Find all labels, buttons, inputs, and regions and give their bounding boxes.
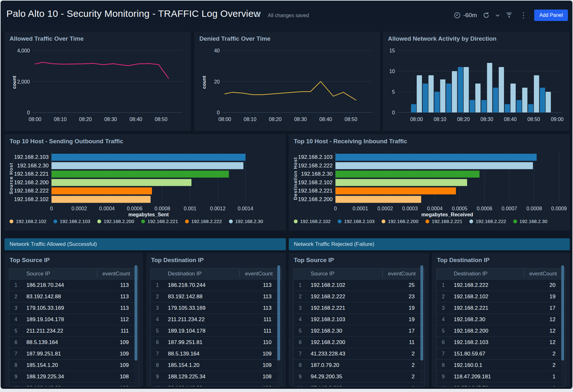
panel-top-outbound-hosts[interactable]: Top 10 Host - Sending Outbound Traffic 0… bbox=[4, 134, 286, 231]
table-row[interactable]: 1192.168.2.22220 bbox=[437, 279, 565, 291]
svg-text:0.0003: 0.0003 bbox=[402, 206, 418, 211]
table-row[interactable]: 8187.0.79.202 bbox=[293, 359, 424, 371]
row-rank: 3 bbox=[293, 305, 307, 311]
table-row[interactable]: 3192.168.2.22119 bbox=[293, 302, 424, 314]
legend-item[interactable]: 192.168.2.221 bbox=[425, 219, 462, 224]
chevron-down-icon[interactable] bbox=[495, 12, 500, 19]
table-row[interactable]: 5211.211.234.22111 bbox=[9, 325, 138, 336]
svg-text:08:40: 08:40 bbox=[504, 117, 517, 122]
table-scrollbar-thumb[interactable] bbox=[277, 265, 280, 361]
table-row[interactable]: 8192.160.0.12 bbox=[437, 359, 565, 371]
panel-activity-by-direction[interactable]: Allowed Network Activity by Direction 05… bbox=[383, 31, 570, 131]
table-row[interactable]: 8185.154.1.20109 bbox=[151, 359, 281, 371]
count-column-header[interactable]: eventCount bbox=[97, 270, 138, 277]
row-ip: 192.160.0.1 bbox=[450, 362, 524, 368]
panel-denied-traffic[interactable]: Denied Traffic Over Time 02040count08:00… bbox=[194, 31, 380, 131]
legend-item[interactable]: 192.168.2.102 bbox=[294, 219, 331, 224]
table-row[interactable]: 1192.168.2.10225 bbox=[293, 279, 424, 291]
panel-top-inbound-hosts[interactable]: Top 10 Host - Receiving Inbound Traffic … bbox=[289, 134, 570, 231]
table-row[interactable]: 283.192.142.88113 bbox=[9, 291, 138, 302]
legend-item[interactable]: 192.168.2.222 bbox=[185, 219, 222, 224]
table-row[interactable]: 7151.80.59.672 bbox=[437, 348, 565, 359]
kebab-menu-icon[interactable]: ⋮ bbox=[518, 12, 528, 18]
filter-icon[interactable] bbox=[506, 12, 513, 19]
table-row[interactable]: 5189.19.104.178111 bbox=[151, 325, 281, 336]
table-row[interactable]: 9188.129.225.34108 bbox=[151, 371, 281, 382]
row-ip: 187.99.251.81 bbox=[164, 339, 239, 346]
svg-text:Destination Host: Destination Host bbox=[293, 157, 298, 200]
row-rank: 2 bbox=[293, 294, 307, 300]
legend-item[interactable]: 192.168.2.221 bbox=[141, 219, 178, 224]
table-row[interactable]: 1186.218.70.244113 bbox=[151, 279, 281, 291]
table-row[interactable]: 7187.99.251.81109 bbox=[9, 348, 138, 359]
legend-color-dot bbox=[229, 220, 233, 223]
table-scrollbar-thumb[interactable] bbox=[135, 265, 137, 361]
table-row[interactable]: 283.192.142.88113 bbox=[151, 291, 281, 302]
ip-column-header[interactable]: Source IP bbox=[307, 271, 382, 277]
legend-item[interactable]: 192.168.2.200 bbox=[382, 219, 418, 224]
table-row[interactable]: 6187.99.251.81110 bbox=[151, 336, 281, 348]
table-row[interactable]: 4189.19.104.178112 bbox=[9, 314, 138, 325]
table-row[interactable]: 9118.47.209.1811 bbox=[437, 371, 565, 382]
table-row[interactable]: 994.29.200.352 bbox=[293, 371, 424, 382]
time-range-button[interactable]: -60m bbox=[454, 12, 477, 19]
table-row[interactable]: 4192.168.2.10319 bbox=[293, 314, 424, 325]
table-row[interactable]: 1089.163.143.38108 bbox=[151, 382, 281, 387]
add-panel-button[interactable]: Add Panel bbox=[534, 10, 568, 21]
panel-allowed-traffic[interactable]: Allowed Traffic Over Time 02,0004,000cou… bbox=[4, 31, 191, 131]
table-row[interactable]: 6192.168.2.10312 bbox=[437, 336, 565, 348]
table-row[interactable]: 5192.168.2.3017 bbox=[293, 325, 424, 336]
count-column-header[interactable]: eventCount bbox=[524, 270, 565, 277]
table-row[interactable]: 5192.168.2.20012 bbox=[437, 325, 565, 336]
ip-column-header[interactable]: Destination IP bbox=[164, 271, 239, 277]
ip-column-header[interactable]: Destination IP bbox=[450, 271, 524, 277]
refresh-icon[interactable] bbox=[483, 12, 490, 19]
table-row[interactable]: 3179.105.33.169113 bbox=[9, 302, 138, 314]
count-column-header[interactable]: eventCount bbox=[382, 270, 424, 277]
svg-text:08:00: 08:00 bbox=[29, 117, 41, 122]
table-row[interactable]: 1062.254.247.731 bbox=[437, 382, 565, 387]
table-row[interactable]: 3192.168.2.22117 bbox=[437, 302, 565, 314]
table-scrollbar-thumb[interactable] bbox=[561, 265, 564, 361]
table-row[interactable]: 9188.129.225.34108 bbox=[9, 371, 138, 382]
row-rank: 8 bbox=[9, 362, 23, 368]
svg-text:08:40: 08:40 bbox=[129, 117, 142, 122]
ip-column-header[interactable]: Source IP bbox=[23, 271, 97, 277]
panel-rejected-top-destination-ip[interactable]: Top Destination IP Destination IPeventCo… bbox=[432, 253, 570, 387]
table-row[interactable]: 2192.168.2.10219 bbox=[437, 291, 565, 302]
table-row[interactable]: 4211.211.234.22111 bbox=[151, 314, 281, 325]
table-rejected-top-destination-ip: Destination IPeventCount1192.168.2.22220… bbox=[436, 268, 565, 387]
svg-text:192.168.2.200: 192.168.2.200 bbox=[298, 196, 333, 202]
table-row[interactable]: 741.233.228.432 bbox=[293, 348, 424, 359]
panel-allowed-top-source-ip[interactable]: Top Source IP Source IPeventCount1186.21… bbox=[4, 253, 143, 387]
table-row[interactable]: 6192.168.2.20011 bbox=[293, 336, 424, 348]
count-column-header[interactable]: eventCount bbox=[239, 270, 281, 277]
table-row[interactable]: 2192.168.2.22223 bbox=[293, 291, 424, 302]
panel-allowed-top-destination-ip[interactable]: Top Destination IP Destination IPeventCo… bbox=[146, 253, 286, 387]
legend-item[interactable]: 192.168.2.103 bbox=[338, 219, 375, 224]
share-icon[interactable] bbox=[255, 11, 262, 18]
row-event-count: 109 bbox=[239, 362, 281, 368]
row-ip: 192.168.2.102 bbox=[450, 294, 524, 300]
table-row[interactable]: 8185.154.1.20109 bbox=[9, 359, 138, 371]
table-row[interactable]: 1186.218.70.244113 bbox=[9, 279, 138, 291]
legend-item[interactable]: 192.168.2.102 bbox=[10, 219, 46, 224]
legend-item[interactable]: 192.168.2.103 bbox=[53, 219, 90, 224]
legend-label: 192.168.2.102 bbox=[16, 219, 46, 224]
table-row[interactable]: 788.5.139.164109 bbox=[151, 348, 281, 359]
table-row[interactable]: 3179.105.33.169113 bbox=[151, 302, 281, 314]
legend-label: 192.168.2.200 bbox=[388, 219, 418, 224]
table-row[interactable]: 1089.163.143.38108 bbox=[9, 382, 138, 387]
table-scrollbar-thumb[interactable] bbox=[420, 265, 423, 361]
legend-item[interactable]: 192.168.2.30 bbox=[513, 219, 548, 224]
legend-item[interactable]: 192.168.2.200 bbox=[97, 219, 134, 224]
table-row[interactable]: 4192.168.2.3012 bbox=[437, 314, 565, 325]
legend-item[interactable]: 192.168.2.222 bbox=[469, 219, 506, 224]
table-row[interactable]: 688.5.139.164109 bbox=[9, 336, 138, 348]
legend-label: 192.168.2.221 bbox=[148, 219, 178, 224]
table-row[interactable]: 1037.143.8.2021 bbox=[293, 382, 424, 387]
legend-item[interactable]: 192.168.2.30 bbox=[229, 219, 263, 224]
panel-rejected-top-source-ip[interactable]: Top Source IP Source IPeventCount1192.16… bbox=[289, 253, 429, 387]
svg-text:0: 0 bbox=[27, 110, 30, 115]
row-ip: 179.105.33.169 bbox=[23, 305, 97, 311]
